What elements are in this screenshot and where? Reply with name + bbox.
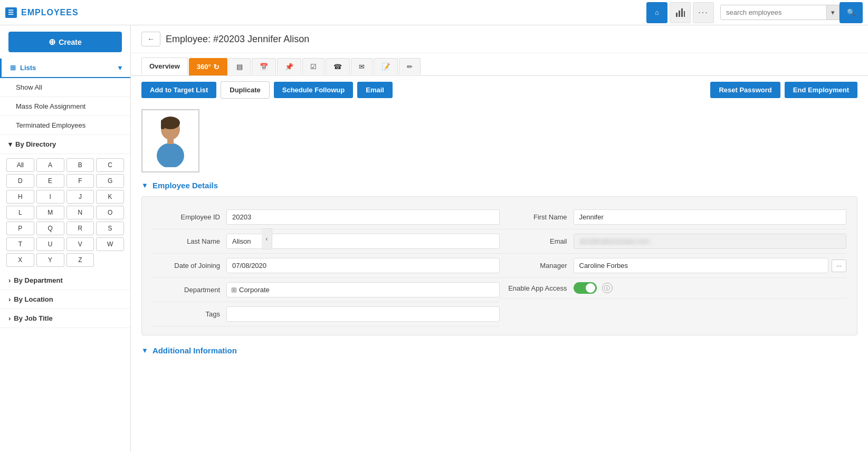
duplicate-button[interactable]: Duplicate bbox=[221, 81, 270, 99]
svg-point-7 bbox=[157, 143, 184, 167]
enable-app-access-toggle[interactable] bbox=[574, 282, 597, 294]
directory-letter-o[interactable]: O bbox=[96, 206, 124, 219]
employee-details-chevron-icon[interactable]: ▼ bbox=[141, 181, 148, 189]
directory-letter-s[interactable]: S bbox=[96, 222, 124, 235]
tab-phone[interactable]: ☎ bbox=[326, 58, 350, 75]
tab-notes[interactable]: 📝 bbox=[374, 58, 398, 75]
directory-letter-f[interactable]: F bbox=[66, 174, 94, 188]
content-area: ← Employee: #20203 Jennifer Alison Overv… bbox=[131, 25, 868, 452]
first-name-input[interactable] bbox=[574, 209, 847, 225]
directory-letter-u[interactable]: U bbox=[36, 237, 64, 251]
by-job-title-group[interactable]: › By Job Title bbox=[0, 309, 130, 328]
directory-letter-c[interactable]: C bbox=[96, 158, 124, 172]
lists-header[interactable]: ⊞ Lists ▾ bbox=[0, 59, 130, 78]
employee-details-title[interactable]: Employee Details bbox=[152, 181, 218, 190]
by-location-label: By Location bbox=[14, 295, 53, 303]
tab-overview[interactable]: Overview bbox=[141, 57, 188, 75]
email-input[interactable] bbox=[574, 234, 847, 249]
email-button[interactable]: Email bbox=[357, 82, 393, 98]
lists-label: Lists bbox=[20, 64, 36, 72]
svg-rect-0 bbox=[676, 13, 678, 17]
first-name-row: First Name bbox=[500, 205, 847, 229]
search-input[interactable] bbox=[721, 5, 826, 20]
directory-letter-h[interactable]: H bbox=[6, 190, 34, 204]
form-grid: Employee ID Last Name Date of Joining bbox=[152, 205, 846, 326]
date-of-joining-input[interactable] bbox=[226, 258, 500, 273]
tab-email[interactable]: ✉ bbox=[351, 58, 373, 75]
schedule-followup-button[interactable]: Schedule Followup bbox=[274, 82, 353, 98]
directory-letter-i[interactable]: I bbox=[36, 190, 64, 204]
search-button[interactable]: 🔍 bbox=[840, 2, 863, 23]
directory-letter-q[interactable]: Q bbox=[36, 222, 64, 235]
directory-letter-g[interactable]: G bbox=[96, 174, 124, 188]
tab-pin[interactable]: 📌 bbox=[277, 58, 301, 75]
tab-calendar[interactable]: 📅 bbox=[252, 58, 276, 75]
additional-info-chevron-icon[interactable]: ▼ bbox=[141, 347, 148, 354]
directory-letter-l[interactable]: L bbox=[6, 206, 34, 219]
search-dropdown-button[interactable]: ▾ bbox=[826, 5, 839, 20]
home-button[interactable]: ⌂ bbox=[646, 2, 667, 23]
directory-letter-v[interactable]: V bbox=[66, 237, 94, 251]
tab-edit[interactable]: ✏ bbox=[399, 58, 421, 75]
directory-letter-w[interactable]: W bbox=[96, 237, 124, 251]
enable-app-access-toggle-wrapper: ⓘ bbox=[574, 282, 613, 294]
right-action-buttons: Reset Password End Employment bbox=[710, 82, 857, 98]
page-header: ← Employee: #20203 Jennifer Alison bbox=[131, 25, 868, 53]
directory-letter-d[interactable]: D bbox=[6, 174, 34, 188]
main-layout: ⊕ Create ⊞ Lists ▾ Show All Mass Role As… bbox=[0, 25, 868, 452]
directory-letter-x[interactable]: X bbox=[6, 253, 34, 267]
page-title: Employee: #20203 Jennifer Alison bbox=[166, 34, 309, 45]
sidebar-item-terminated[interactable]: Terminated Employees bbox=[0, 116, 130, 135]
directory-letter-a[interactable]: A bbox=[36, 158, 64, 172]
search-wrapper: ▾ 🔍 bbox=[720, 2, 863, 23]
tab-list[interactable]: ▤ bbox=[228, 58, 251, 75]
reset-password-button[interactable]: Reset Password bbox=[710, 82, 780, 98]
directory-letter-b[interactable]: B bbox=[66, 158, 94, 172]
employee-id-input[interactable] bbox=[226, 209, 500, 225]
department-icon: ⊞ bbox=[231, 286, 237, 294]
refresh-icon: ↻ bbox=[213, 63, 220, 71]
by-job-title-label: By Job Title bbox=[14, 314, 52, 322]
top-nav: ☰ EMPLOYEES ⌂ ··· ▾ 🔍 bbox=[0, 0, 868, 25]
directory-letter-all[interactable]: All bbox=[6, 158, 34, 172]
collapse-sidebar-button[interactable]: ‹ bbox=[262, 228, 272, 249]
check-icon: ☑ bbox=[310, 63, 317, 71]
tags-input[interactable] bbox=[226, 306, 500, 322]
sidebar-item-show-all[interactable]: Show All bbox=[0, 78, 130, 97]
manager-browse-button[interactable]: ··· bbox=[832, 259, 846, 272]
manager-row: Manager ··· bbox=[500, 254, 847, 278]
directory-letter-p[interactable]: P bbox=[6, 222, 34, 235]
rotate-icon: 360° bbox=[197, 63, 211, 71]
chart-button[interactable] bbox=[670, 2, 691, 23]
by-directory-group[interactable]: ▾ By Directory bbox=[0, 135, 130, 154]
directory-letter-z[interactable]: Z bbox=[66, 253, 94, 267]
info-icon[interactable]: ⓘ bbox=[602, 283, 613, 293]
date-of-joining-label: Date of Joining bbox=[152, 262, 226, 270]
back-button[interactable]: ← bbox=[141, 32, 160, 46]
add-to-target-list-button[interactable]: Add to Target List bbox=[141, 82, 216, 98]
search-container: ▾ bbox=[720, 5, 840, 20]
by-location-group[interactable]: › By Location bbox=[0, 290, 130, 309]
sidebar-item-mass-role[interactable]: Mass Role Assignment bbox=[0, 97, 130, 116]
by-department-group[interactable]: › By Department bbox=[0, 271, 130, 290]
directory-letter-t[interactable]: T bbox=[6, 237, 34, 251]
tab-360[interactable]: 360° ↻ bbox=[189, 58, 227, 75]
directory-letter-r[interactable]: R bbox=[66, 222, 94, 235]
employee-id-row: Employee ID bbox=[152, 205, 500, 229]
directory-letter-k[interactable]: K bbox=[96, 190, 124, 204]
create-button[interactable]: ⊕ Create bbox=[8, 32, 122, 52]
directory-letter-y[interactable]: Y bbox=[36, 253, 64, 267]
department-input[interactable] bbox=[239, 286, 495, 294]
directory-letter-j[interactable]: J bbox=[66, 190, 94, 204]
tab-check[interactable]: ☑ bbox=[302, 58, 325, 75]
directory-letter-m[interactable]: M bbox=[36, 206, 64, 219]
manager-input[interactable] bbox=[574, 258, 828, 273]
directory-letter-e[interactable]: E bbox=[36, 174, 64, 188]
department-row: Department ⊞ bbox=[152, 278, 500, 302]
more-options-button[interactable]: ··· bbox=[693, 2, 714, 23]
tags-label: Tags bbox=[152, 310, 226, 318]
employee-avatar bbox=[141, 109, 199, 172]
additional-info-title[interactable]: Additional Information bbox=[152, 346, 237, 355]
directory-letter-n[interactable]: N bbox=[66, 206, 94, 219]
end-employment-button[interactable]: End Employment bbox=[785, 82, 857, 98]
